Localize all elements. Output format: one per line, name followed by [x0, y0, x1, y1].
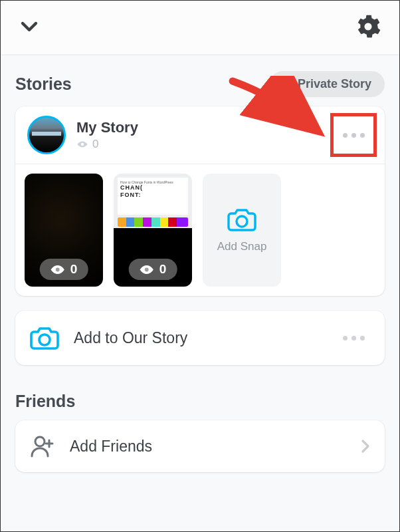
eye-icon: [50, 265, 65, 275]
add-friend-icon: [30, 435, 55, 458]
svg-point-1: [56, 267, 60, 271]
svg-point-3: [237, 216, 247, 227]
more-icon: [343, 133, 365, 138]
snap-view-count: 0: [159, 262, 167, 277]
my-story-row[interactable]: My Story 0: [15, 106, 385, 164]
svg-point-5: [35, 437, 45, 446]
chevron-right-icon: [361, 439, 370, 454]
eye-icon: [140, 265, 154, 275]
add-to-our-story-row[interactable]: Add to Our Story: [15, 311, 385, 365]
private-story-button[interactable]: Private Story: [270, 71, 385, 97]
camera-icon: [227, 207, 256, 232]
friends-header: Friends: [1, 380, 399, 420]
camera-icon: [30, 325, 59, 350]
gear-icon: [355, 14, 381, 39]
snap-view-badge: 0: [129, 259, 177, 280]
add-friends-card: Add Friends: [15, 420, 385, 472]
view-count: 0: [92, 138, 98, 151]
my-story-title: My Story: [76, 119, 334, 136]
stories-header: Stories Private Story: [1, 55, 399, 106]
snap-thumbnail[interactable]: How to Change Fonts in WordPress CHAN(FO…: [114, 174, 192, 287]
stories-title: Stories: [15, 74, 72, 94]
our-story-label: Add to Our Story: [74, 329, 343, 347]
my-story-card: My Story 0: [15, 106, 385, 296]
friends-title: Friends: [15, 392, 385, 411]
my-story-views: 0: [76, 138, 334, 151]
snap-view-badge: 0: [40, 259, 88, 280]
more-icon: [343, 336, 365, 340]
our-story-card: Add to Our Story: [15, 311, 385, 365]
collapse-button[interactable]: [19, 17, 39, 39]
add-snap-button[interactable]: Add Snap: [203, 174, 281, 287]
snap-thumbnail[interactable]: 0: [25, 174, 103, 287]
add-friends-label: Add Friends: [70, 438, 361, 456]
snap-strip: 0 How to Change Fonts in WordPress CHAN(…: [15, 164, 385, 296]
svg-point-0: [81, 143, 84, 146]
add-friends-row[interactable]: Add Friends: [15, 420, 385, 472]
add-snap-label: Add Snap: [217, 240, 267, 253]
chevron-down-icon: [19, 17, 39, 37]
more-button[interactable]: [343, 336, 370, 340]
snap-view-count: 0: [70, 262, 78, 277]
eye-icon: [76, 140, 88, 148]
settings-button[interactable]: [355, 14, 381, 42]
plus-icon: [283, 79, 294, 90]
svg-point-4: [39, 334, 50, 345]
more-button[interactable]: [334, 116, 373, 154]
private-story-label: Private Story: [298, 77, 371, 91]
top-bar: [1, 1, 399, 55]
svg-point-2: [145, 267, 149, 271]
story-avatar: [27, 116, 66, 154]
